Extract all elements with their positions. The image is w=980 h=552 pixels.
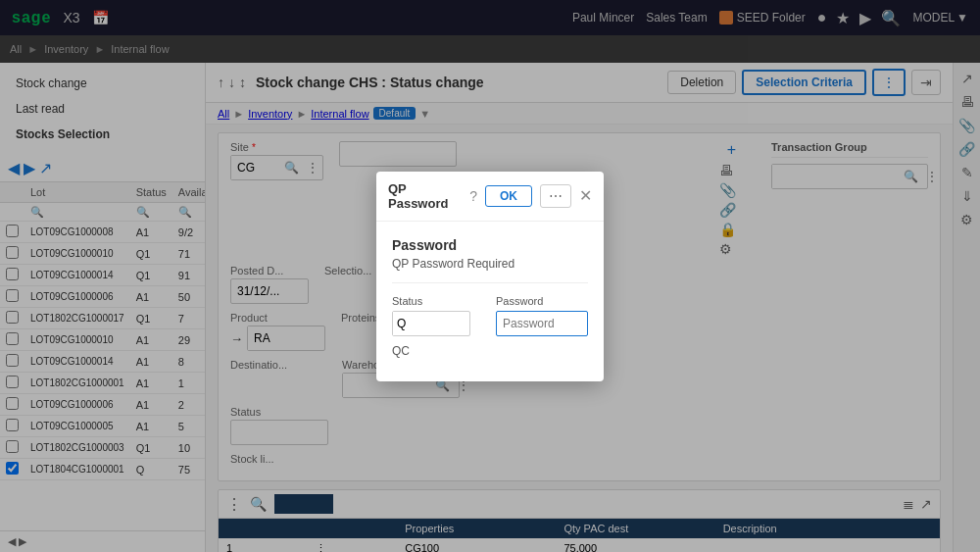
modal-title: QP Password (388, 181, 462, 211)
modal-status-input-wrap[interactable] (392, 311, 470, 336)
modal-help-icon[interactable]: ? (469, 188, 477, 204)
modal-status-label: Status (392, 295, 484, 307)
modal-close-button[interactable]: ✕ (579, 186, 592, 205)
modal-overlay: QP Password ? OK ⋯ ✕ Password QP Passwor… (0, 0, 980, 552)
modal-password-label: Password (496, 295, 588, 307)
modal-password-input-wrap[interactable] (496, 311, 588, 336)
modal-password-input[interactable] (497, 317, 587, 330)
modal-columns: Status QC Password (392, 295, 588, 362)
modal-password-col: Password (496, 295, 588, 362)
modal-header: QP Password ? OK ⋯ ✕ (376, 172, 604, 222)
modal-divider (392, 282, 588, 283)
modal-section-title: Password (392, 237, 588, 253)
modal-body: Password QP Password Required Status QC … (376, 222, 604, 381)
modal-status-col: Status QC (392, 295, 484, 362)
password-modal: QP Password ? OK ⋯ ✕ Password QP Passwor… (376, 172, 604, 381)
modal-status-value: QC (392, 340, 484, 362)
modal-subtitle: QP Password Required (392, 257, 588, 271)
modal-ok-button[interactable]: OK (485, 185, 532, 207)
modal-more-button[interactable]: ⋯ (540, 184, 571, 208)
modal-status-filter-input[interactable] (393, 312, 452, 335)
